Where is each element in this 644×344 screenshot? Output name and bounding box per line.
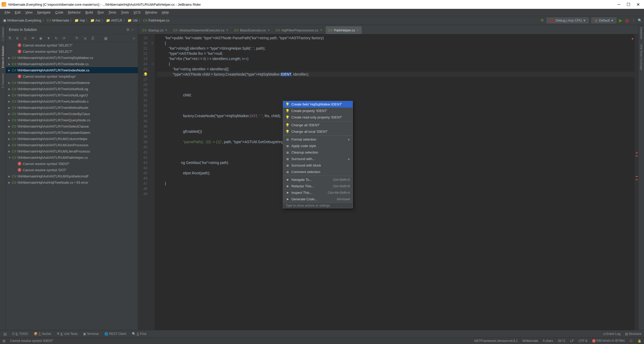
fold-marker-icon[interactable]: ⊖ bbox=[150, 41, 155, 46]
tool-structure[interactable]: ▤ Structure bbox=[625, 332, 641, 336]
fold-marker-icon[interactable] bbox=[150, 51, 155, 56]
fold-marker-icon[interactable] bbox=[150, 139, 155, 144]
context-menu-item[interactable]: 💡Create field 'HqlSqlWalker.IDENT' bbox=[283, 101, 353, 108]
menu-run[interactable]: Run bbox=[96, 9, 106, 15]
code-line[interactable]: { bbox=[157, 41, 635, 46]
code-line[interactable]: "kw">for ("kw">int i = 0; i < identifier… bbox=[157, 56, 635, 61]
line-number[interactable]: 21 bbox=[143, 46, 147, 51]
expand-icon[interactable]: ▶ bbox=[8, 56, 12, 59]
code-line[interactable]: 💡 "type">IASTNode child = factory.Create… bbox=[157, 72, 635, 77]
code-line[interactable] bbox=[157, 124, 635, 129]
line-number[interactable]: 42 bbox=[143, 155, 147, 160]
fold-marker-icon[interactable] bbox=[150, 165, 155, 170]
tool-database[interactable]: Database bbox=[640, 27, 643, 39]
line-number[interactable]: 29 bbox=[143, 87, 147, 92]
status-line-ending[interactable]: LF bbox=[570, 339, 574, 343]
line-number[interactable]: 27 bbox=[143, 77, 147, 82]
fold-marker-icon[interactable] bbox=[150, 155, 155, 160]
search-icon[interactable]: 🔍 bbox=[638, 18, 642, 22]
tool-favorites[interactable]: 2: Favorites bbox=[1, 73, 4, 88]
expand-icon[interactable]: ▶ bbox=[8, 106, 12, 109]
code-line[interactable] bbox=[157, 118, 635, 124]
code-line[interactable]: ng GetAlias("kw">string path) bbox=[157, 160, 635, 165]
code-line[interactable]: "kw">string identifier = identifiers[i]; bbox=[157, 67, 635, 72]
fold-marker-icon[interactable] bbox=[150, 92, 155, 98]
context-menu-item[interactable]: ≣Apply code style bbox=[283, 143, 353, 149]
fold-marker-icon[interactable] bbox=[150, 118, 155, 124]
error-file-row[interactable]: ▼ C# \\NHibernate\Hql\Ast\ANTLR\Util\Pat… bbox=[6, 154, 138, 161]
line-number[interactable]: 25 bbox=[143, 67, 147, 72]
breadcrumb[interactable]: 📁 Util bbox=[126, 18, 139, 22]
line-number[interactable]: 39 bbox=[143, 139, 147, 144]
expand-icon[interactable]: ▶ bbox=[8, 150, 12, 153]
code-line[interactable] bbox=[157, 108, 635, 113]
code-line[interactable] bbox=[157, 103, 635, 108]
menu-tools[interactable]: Tools bbox=[119, 9, 131, 15]
menu-window[interactable]: Window bbox=[143, 9, 159, 15]
code-line[interactable] bbox=[157, 87, 635, 92]
line-number[interactable]: 31 bbox=[143, 98, 147, 103]
fold-bar[interactable]: ⊖⊖ bbox=[150, 34, 155, 330]
fold-marker-icon[interactable] bbox=[150, 124, 155, 129]
context-menu-item[interactable]: 💡Change all 'IDENT' bbox=[283, 122, 353, 128]
editor-tab[interactable]: C#PathHelper.cs✕ bbox=[326, 26, 362, 34]
resync-icon[interactable]: ⟳ bbox=[62, 36, 66, 41]
expand-icon[interactable]: ▶ bbox=[8, 137, 12, 140]
expand-icon[interactable]: ▶ bbox=[8, 69, 12, 72]
error-file-row[interactable]: ▶ C# \\NHibernate\Hql\Ast\ANTLR\Tree\Que… bbox=[6, 117, 138, 123]
line-number[interactable]: 38 bbox=[143, 134, 147, 139]
line-number[interactable]: 43 bbox=[143, 160, 147, 165]
fold-marker-icon[interactable] bbox=[150, 176, 155, 181]
error-file-row[interactable]: ▶ C# \\NHibernate\Hql\Ast\ANTLR\Util\Lit… bbox=[6, 148, 138, 154]
code-line[interactable] bbox=[157, 82, 635, 87]
editor-tab[interactable]: C#Startup.cs✕ bbox=[140, 26, 170, 34]
line-number[interactable]: 20 bbox=[143, 41, 147, 46]
context-menu-item[interactable]: ≣Cleanup selection bbox=[283, 149, 353, 156]
menu-tests[interactable]: Tests bbox=[106, 9, 118, 15]
line-number[interactable]: 44 bbox=[143, 165, 147, 170]
minimize-panel-icon[interactable]: ─ bbox=[130, 27, 135, 32]
error-item-row[interactable]: !Cannot resolve symbol 'DOT' bbox=[6, 167, 138, 173]
line-number[interactable]: 40 bbox=[143, 144, 147, 150]
fold-marker-icon[interactable] bbox=[150, 67, 155, 72]
context-menu-item[interactable]: ➤Generate Code...Alt+Insert bbox=[283, 196, 353, 202]
error-file-row[interactable]: ▶ C# \\NHibernate\Hql\Ast\ANTLR\Tree\IsN… bbox=[6, 92, 138, 98]
line-number[interactable]: 46 bbox=[143, 176, 147, 181]
line-number[interactable]: 32 bbox=[143, 103, 147, 108]
expand-icon[interactable]: ▶ bbox=[8, 175, 12, 178]
code-line[interactable]: gEnabled()) bbox=[157, 129, 635, 134]
line-number[interactable]: 33 bbox=[143, 108, 147, 113]
fold-marker-icon[interactable] bbox=[150, 191, 155, 196]
line-number[interactable]: 22 bbox=[143, 51, 147, 56]
code-line[interactable] bbox=[157, 98, 635, 103]
line-number[interactable]: 49 bbox=[143, 191, 147, 196]
expand-icon[interactable]: ▶ bbox=[8, 119, 12, 122]
close-button[interactable]: ✕ bbox=[636, 2, 640, 7]
fold-marker-icon[interactable] bbox=[150, 144, 155, 150]
vertical-dots-icon[interactable]: ⋮ bbox=[632, 18, 635, 22]
fold-marker-icon[interactable] bbox=[150, 134, 155, 139]
error-item-row[interactable]: !Cannot resolve symbol 'IDENT' bbox=[6, 161, 138, 167]
minimize-button[interactable]: ─ bbox=[618, 2, 620, 7]
error-file-row[interactable]: ▶ C# \\NHibernate\Hql\Ast\ANTLR\Util\Joi… bbox=[6, 142, 138, 148]
code-line[interactable]: "kw">string[] identifiers = "type">Strin… bbox=[157, 46, 635, 51]
error-item-row[interactable]: !Cannot resolve symbol 'SELECT' bbox=[6, 48, 138, 55]
breadcrumb[interactable]: 📁 Ast bbox=[89, 18, 102, 22]
fold-marker-icon[interactable] bbox=[150, 82, 155, 87]
line-number[interactable]: 23 bbox=[143, 56, 147, 61]
close-tab-icon[interactable]: ✕ bbox=[165, 28, 167, 32]
fold-marker-icon[interactable] bbox=[150, 150, 155, 155]
code-line[interactable]: "parsePath() : {0} -> {1}", path, "type"… bbox=[157, 139, 635, 144]
editor-tab[interactable]: C#AbstractStatementExecutor.cs✕ bbox=[171, 26, 231, 34]
fold-marker-icon[interactable] bbox=[150, 160, 155, 165]
line-number[interactable]: 28 bbox=[143, 82, 147, 87]
fold-marker-icon[interactable] bbox=[150, 72, 155, 77]
expand-icon[interactable]: ▶ bbox=[8, 63, 12, 65]
code-line[interactable] bbox=[157, 77, 635, 82]
expand-icon[interactable]: ▶ bbox=[8, 88, 12, 90]
pause-icon[interactable]: ⏸ bbox=[15, 36, 20, 41]
context-menu-item[interactable]: 💡Create read-only property 'IDENT' bbox=[283, 114, 353, 121]
eye-off-icon[interactable]: 👁 bbox=[31, 36, 35, 41]
tool-terminal[interactable]: ▣ Terminal bbox=[83, 332, 98, 336]
error-file-row[interactable]: ▶ C# \\NHibernate\Hql\Ast\ANTLR\Tree\Ide… bbox=[6, 61, 138, 67]
